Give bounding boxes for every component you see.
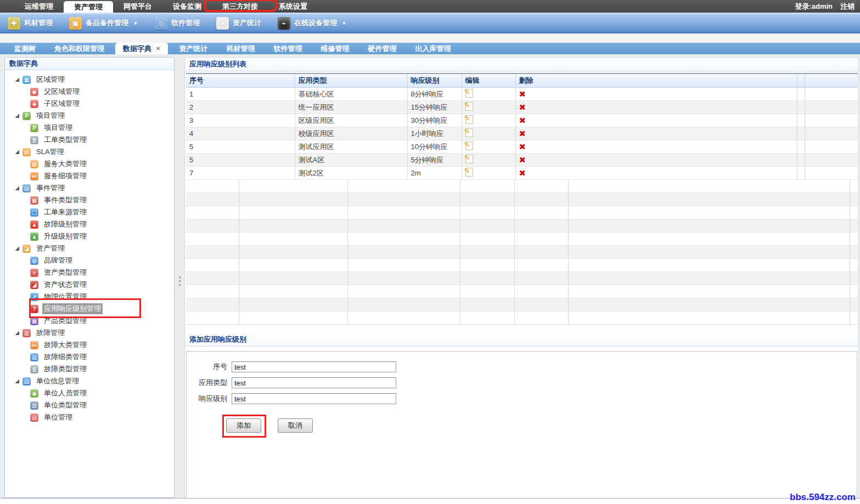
cancel-button[interactable]: 取消: [278, 418, 313, 433]
tree-item[interactable]: ≣ 故障类型管理: [5, 363, 174, 375]
table-header-cell[interactable]: 应用类型: [295, 73, 407, 88]
tree-item[interactable]: ≣ 工单类型管理: [5, 134, 174, 146]
tree-item[interactable]: ◍ 品牌管理: [5, 254, 174, 267]
top-menu-item[interactable]: 系统设置: [268, 0, 318, 13]
edit-icon[interactable]: ✎: [465, 89, 473, 98]
delete-icon[interactable]: ✖: [519, 142, 526, 151]
toolbar-button[interactable]: ▣ 备品备件管理 ▼: [69, 17, 138, 30]
tree-expand-icon[interactable]: [15, 186, 19, 190]
top-menu-item[interactable]: 网管平台: [113, 0, 162, 13]
tree-item[interactable]: ▤ 单位管理: [5, 411, 174, 423]
tree-item[interactable]: P 项目管理: [5, 110, 174, 122]
tree-item[interactable]: ▦ 产品类型管理: [5, 315, 174, 327]
add-button[interactable]: 添加: [226, 418, 261, 433]
tree-item-label: 事件管理: [35, 183, 66, 194]
table-row[interactable]: 5 测试应用区 10分钟响应 ✎ ✖: [186, 140, 858, 154]
tree-expand-icon[interactable]: [15, 331, 19, 335]
edit-icon[interactable]: ✎: [465, 168, 473, 177]
cell-seq: 7: [186, 167, 295, 180]
tree-item[interactable]: ◉ 父区域管理: [5, 86, 174, 98]
top-menu-item[interactable]: 运维管理: [14, 0, 64, 13]
table-header-cell[interactable]: [805, 73, 858, 88]
tree-item[interactable]: P 项目管理: [5, 122, 174, 134]
table-row[interactable]: 4 校级应用区 1小时响应 ✎ ✖: [186, 127, 858, 140]
top-menu-item[interactable]: 资产管理: [64, 1, 113, 13]
table-row[interactable]: 7 测试2区 2m ✎ ✖: [186, 167, 858, 180]
tree-item[interactable]: ▤ 事件管理: [5, 182, 174, 194]
cell-seq: 3: [186, 114, 295, 127]
table-header-cell[interactable]: 编辑: [462, 73, 515, 88]
top-menu-item[interactable]: 第三方对接: [212, 0, 268, 13]
edit-icon[interactable]: ✎: [465, 115, 473, 124]
table-header-cell[interactable]: 响应级别: [407, 73, 462, 88]
tab[interactable]: 角色和权限管理: [47, 43, 112, 54]
tree-item[interactable]: ▥ 故障管理: [5, 327, 174, 339]
delete-icon[interactable]: ✖: [519, 155, 526, 165]
delete-icon[interactable]: ✖: [519, 89, 526, 99]
tree-item[interactable]: ▧ 服务大类管理: [5, 158, 174, 170]
table-row[interactable]: 2 统一应用区 15分钟响应 ✎ ✖: [186, 101, 858, 114]
tree-item[interactable]: ▧ SLA管理: [5, 146, 174, 158]
table-row[interactable]: 5 测试A区 5分钟响应 ✎ ✖: [186, 154, 858, 167]
tab[interactable]: 软件管理: [266, 43, 310, 54]
edit-icon[interactable]: ✎: [465, 155, 473, 163]
tree-item[interactable]: ≔ 故障大类管理: [5, 339, 174, 351]
chevron-down-icon[interactable]: ▼: [341, 20, 347, 26]
tree-item[interactable]: ▤ 故障细类管理: [5, 351, 174, 363]
seq-field[interactable]: [232, 361, 396, 372]
tree-expand-icon[interactable]: [15, 379, 19, 383]
tab[interactable]: 出入库管理: [407, 43, 458, 54]
tree-expand-icon[interactable]: [15, 246, 19, 251]
tree-item[interactable]: ▦ 区域管理: [5, 73, 174, 86]
tree-item[interactable]: ▲ 升级级别管理: [5, 230, 174, 242]
delete-icon[interactable]: ✖: [519, 168, 526, 178]
tab[interactable]: 硬件管理: [360, 43, 404, 54]
panel-splitter[interactable]: [175, 57, 184, 498]
tab[interactable]: 维修管理: [313, 43, 357, 54]
sidebar-title: 数据字典: [5, 58, 174, 70]
tab[interactable]: 监测树: [7, 43, 43, 54]
cell-app-type: 校级应用区: [295, 127, 407, 140]
tab[interactable]: 耗材管理: [218, 43, 262, 54]
toolbar-button[interactable]: ◕ 资产统计: [216, 17, 261, 30]
response-level-field[interactable]: [232, 393, 396, 404]
toolbar-button[interactable]: ✚ 耗材管理: [8, 17, 53, 30]
top-menu-item[interactable]: 设备监测: [162, 0, 212, 13]
tree-item[interactable]: ◈ 子区域管理: [5, 98, 174, 110]
delete-icon[interactable]: ✖: [519, 116, 526, 125]
app-type-field[interactable]: [232, 377, 396, 388]
edit-icon[interactable]: ✎: [465, 128, 473, 137]
tab-close-icon[interactable]: ✕: [156, 46, 160, 52]
table-row[interactable]: 1 基础核心区 8分钟响应 ✎ ✖: [186, 88, 858, 101]
tree-item[interactable]: ≡ 资产类型管理: [5, 267, 174, 279]
chevron-down-icon[interactable]: ▼: [133, 20, 138, 26]
tree-expand-icon[interactable]: [15, 150, 19, 154]
tree-item[interactable]: ▥ 单位类型管理: [5, 399, 174, 411]
table-row[interactable]: 3 区级应用区 30分钟响应 ✎ ✖: [186, 114, 858, 127]
edit-icon[interactable]: ✎: [465, 141, 473, 150]
toolbar-button[interactable]: ◎ 软件管理: [155, 17, 200, 30]
tree-item[interactable]: ▢ 工单来源管理: [5, 206, 174, 218]
logout-link[interactable]: 注销: [840, 0, 855, 13]
tree-item[interactable]: ≔ 服务细项管理: [5, 170, 174, 182]
tree-expand-icon[interactable]: [15, 114, 19, 118]
tree-item[interactable]: ◉ 单位人员管理: [5, 387, 174, 399]
tree-item[interactable]: ? 应用响应级别管理: [5, 303, 174, 315]
tree-item-label: 故障类型管理: [42, 364, 88, 375]
tab[interactable]: 数据字典 ✕: [115, 43, 168, 54]
edit-icon[interactable]: ✎: [465, 102, 473, 111]
tab[interactable]: 资产统计: [171, 43, 215, 54]
delete-icon[interactable]: ✖: [519, 103, 526, 112]
toolbar-button[interactable]: ⌁ 在线设备管理 ▼: [278, 17, 347, 30]
table-header-cell[interactable]: 删除: [515, 73, 797, 88]
table-header-cell[interactable]: 序号: [186, 73, 295, 88]
tree-item[interactable]: ◢ 资产状态管理: [5, 279, 174, 291]
tree-item[interactable]: ▦ 事件类型管理: [5, 194, 174, 206]
table-header-cell[interactable]: [797, 73, 805, 88]
tree-item[interactable]: ↗ 物理位置管理: [5, 291, 174, 303]
tree-expand-icon[interactable]: [15, 77, 19, 82]
delete-icon[interactable]: ✖: [519, 129, 526, 138]
tree-item[interactable]: ◪ 资产管理: [5, 242, 174, 254]
tree-item[interactable]: ▲ 故障级别管理: [5, 218, 174, 230]
tree-item[interactable]: ▤ 单位信息管理: [5, 375, 174, 387]
